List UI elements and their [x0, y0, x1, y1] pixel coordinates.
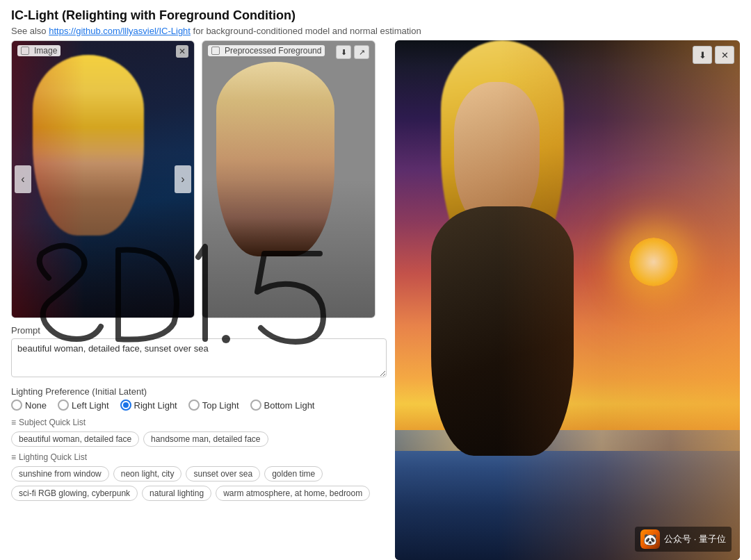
preprocessed-share-btn[interactable]: ↗ [354, 45, 369, 59]
watermark-text: 公众号 · 量子位 [664, 533, 726, 545]
radio-none[interactable]: None [11, 400, 47, 411]
preprocessed-actions: ⬇ ↗ [336, 45, 369, 59]
radio-right-light[interactable]: Right Light [120, 400, 177, 411]
lighting-preference-label: Lighting Preference (Initial Latent) [11, 386, 387, 397]
image-nav-left[interactable]: ‹ [15, 165, 31, 193]
lighting-quick-list-header: ≡ Lighting Quick List [11, 452, 387, 462]
radio-bottom-light[interactable]: Bottom Light [250, 400, 315, 411]
image-checkbox-icon [21, 47, 29, 55]
preprocessed-download-btn[interactable]: ⬇ [336, 45, 351, 59]
output-actions: ⬇ ✕ [693, 46, 734, 64]
subject-item-1[interactable]: handsome man, detailed face [143, 431, 268, 447]
see-also-text: See also https://github.com/lllyasviel/I… [11, 26, 740, 36]
radio-circle-left [58, 400, 69, 411]
radio-circle-top [188, 400, 200, 411]
lighting-item-1[interactable]: neon light, city [113, 466, 182, 481]
image-nav-right[interactable]: › [175, 165, 191, 193]
radio-left-light[interactable]: Left Light [58, 400, 109, 411]
watermark: 🐼 公众号 · 量子位 [635, 527, 732, 552]
output-download-btn[interactable]: ⬇ [693, 46, 712, 64]
lighting-item-0[interactable]: sunshine from window [11, 466, 109, 481]
page-title: IC-Light (Relighting with Foreground Con… [11, 8, 740, 23]
preprocessed-label: Preprocessed Foreground [208, 45, 325, 56]
subject-quick-list: ≡ Subject Quick List beautiful woman, de… [11, 418, 387, 447]
woman-body [431, 206, 574, 456]
lighting-item-3[interactable]: golden time [264, 466, 323, 481]
prompt-textarea[interactable]: beautiful woman, detailed face, sunset o… [11, 338, 387, 377]
woman-face [454, 82, 540, 227]
subject-item-0[interactable]: beautiful woman, detailed face [11, 431, 139, 447]
image-label: Image [17, 45, 60, 56]
lighting-item-2[interactable]: sunset over sea [186, 466, 260, 481]
controls-section: Prompt beautiful woman, detailed face, s… [11, 325, 387, 560]
preprocessed-image-display [202, 41, 375, 318]
lighting-item-6[interactable]: warm atmosphere, at home, bedroom [216, 486, 370, 501]
menu-icon-lighting: ≡ [11, 452, 16, 462]
github-link[interactable]: https://github.com/lllyasviel/IC-Light [49, 26, 191, 36]
lighting-item-4[interactable]: sci-fi RGB glowing, cyberpunk [11, 486, 138, 501]
lighting-quick-list-items: sunshine from window neon light, city su… [11, 466, 387, 481]
output-panel: ⬇ ✕ 🐼 公众号 · 量子位 [395, 40, 740, 560]
image-close-button[interactable]: ✕ [176, 45, 188, 58]
radio-circle-bottom [250, 400, 261, 411]
input-image-display: ‹ › [12, 41, 194, 318]
radio-top-light[interactable]: Top Light [188, 400, 239, 411]
left-panel: Image ✕ ‹ › [11, 40, 387, 560]
lighting-quick-list: ≡ Lighting Quick List sunshine from wind… [11, 452, 387, 501]
lighting-quick-list-items-2: sci-fi RGB glowing, cyberpunk natural li… [11, 486, 387, 501]
lighting-radio-group: None Left Light Right Light [11, 400, 387, 411]
prompt-label: Prompt [11, 325, 387, 336]
output-close-btn[interactable]: ✕ [715, 46, 734, 64]
preprocessed-checkbox-icon [211, 47, 220, 55]
images-row: Image ✕ ‹ › [11, 40, 387, 318]
sunset-background [395, 40, 740, 560]
page-header: IC-Light (Relighting with Foreground Con… [11, 8, 740, 36]
output-image-display: ⬇ ✕ 🐼 公众号 · 量子位 [395, 40, 740, 560]
subject-quick-list-items: beautiful woman, detailed face handsome … [11, 431, 387, 447]
woman-figure [412, 40, 602, 456]
menu-icon: ≡ [11, 418, 16, 427]
lighting-preference-group: Lighting Preference (Initial Latent) Non… [11, 386, 387, 411]
lighting-item-5[interactable]: natural lighting [142, 486, 211, 501]
watermark-icon: 🐼 [640, 529, 660, 549]
sunset-sun [629, 238, 678, 286]
subject-quick-list-header: ≡ Subject Quick List [11, 418, 387, 427]
preprocessed-image-box: Preprocessed Foreground ⬇ ↗ [202, 40, 376, 318]
input-image-box: Image ✕ ‹ › [11, 40, 195, 318]
radio-circle-none [11, 400, 22, 411]
prompt-group: Prompt beautiful woman, detailed face, s… [11, 325, 387, 379]
radio-circle-right [120, 400, 131, 411]
